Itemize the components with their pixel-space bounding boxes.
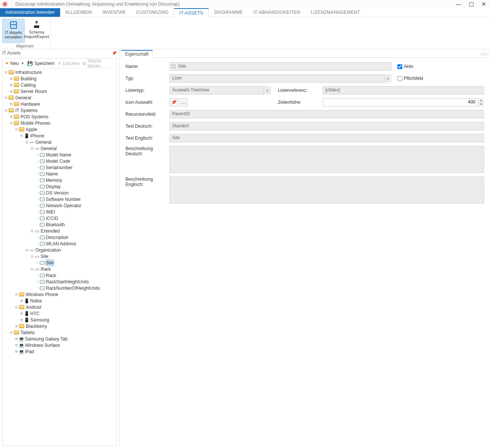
tree-item-site-field[interactable]: Site [46, 260, 54, 266]
ribbon-schema-import-export[interactable]: SchemaImport/Export [25, 19, 48, 43]
tree-item-rack-group[interactable]: Rack [41, 266, 51, 272]
listenreferenz-input[interactable]: [vSites] [323, 86, 484, 94]
scroll-up-icon[interactable]: ˄ [479, 177, 484, 182]
tree-item-blackberry[interactable]: Blackberry [26, 323, 47, 329]
maximize-button[interactable]: ▢ [467, 1, 475, 7]
tab-administration-beenden[interactable]: Administration beenden [0, 8, 60, 17]
chevron-down-icon[interactable]: ▾ [264, 86, 271, 94]
recursionsfeld-input[interactable]: ParentID [170, 110, 484, 118]
pin-icon[interactable]: 📌 [112, 51, 117, 56]
left-pane-title: IT Assets [2, 50, 21, 56]
textenglisch-input[interactable]: Site [170, 134, 484, 142]
tree-item[interactable]: OS Version [46, 190, 69, 196]
tree-item-android[interactable]: Android [26, 304, 41, 310]
scroll-up-icon[interactable]: ˄ [479, 146, 484, 152]
tree-item-extended[interactable]: Extended [41, 228, 60, 234]
tree-item[interactable]: Software Number [46, 196, 81, 202]
tree-item-samsung[interactable]: Samsung [30, 317, 49, 323]
tree-item[interactable]: Memory [46, 177, 62, 183]
tree-item[interactable]: ICCID [46, 215, 58, 221]
tree-item[interactable]: Display [46, 184, 61, 190]
label-textenglisch: Text Englisch: [125, 136, 170, 141]
tree-item[interactable]: RackNumberOfHeightUnits [46, 285, 100, 291]
tree-item[interactable]: RackStartHeightUnits [46, 279, 89, 285]
tree-item[interactable]: Description [46, 234, 68, 240]
beschreibung-deutsch-textarea[interactable] [170, 146, 484, 173]
tree-item-building[interactable]: Building [21, 76, 37, 82]
tree-item[interactable]: Rack [46, 273, 56, 279]
tab-diagramme[interactable]: DIAGRAMME [209, 8, 248, 17]
group-icon: ▭ [35, 146, 39, 151]
tree-item[interactable]: Bluetooth [46, 222, 65, 228]
close-button[interactable]: ✕ [480, 1, 488, 7]
tree-item-pos[interactable]: POS Systems [21, 114, 49, 120]
asset-tree[interactable]: ⊟Infrastructure ⊞Building ⊞Cabling ⊞Serv… [3, 68, 117, 445]
pflichtfeld-checkbox[interactable]: Pflichtfeld [397, 76, 423, 81]
tab-it-assets[interactable]: IT-ASSETS [174, 8, 209, 17]
tree-item[interactable]: IMEI [46, 209, 55, 215]
typ-select[interactable]: Liste [170, 74, 391, 83]
tree-item-serverroom[interactable]: Server Room [21, 88, 47, 94]
tree-item-mobile[interactable]: Mobile Phones [21, 120, 50, 126]
tree-item[interactable]: Serialnumber [46, 165, 72, 171]
tab-lizenzmanagement[interactable]: LIZENZMANAGEMENT [306, 8, 365, 17]
tree-item-ipad[interactable]: iPad [25, 349, 34, 355]
tree-item-general-group[interactable]: General [41, 146, 57, 152]
label-typ: Typ: [125, 76, 170, 81]
listentyp-select[interactable]: Auswahl-TreeView [170, 86, 271, 94]
spin-down-icon[interactable]: ▼ [478, 103, 484, 107]
tree-item[interactable]: Name [46, 171, 58, 177]
tree-item-windows-phone[interactable]: Windows Phone [26, 292, 58, 298]
tree-item-apple[interactable]: Apple [26, 127, 37, 133]
scroll-down-icon[interactable]: ˅ [479, 198, 484, 203]
tree-item-general[interactable]: General [15, 95, 31, 101]
tree-item-surface[interactable]: Windows Surface [25, 342, 60, 348]
ribbon-group-label: Allgemein [16, 43, 34, 49]
svg-point-3 [13, 26, 14, 27]
prop-nav-next-icon[interactable]: ▷ [485, 51, 489, 56]
zeilenhoehe-input[interactable]: 400 [323, 98, 484, 106]
tree-item-nokia[interactable]: Nokia [30, 298, 42, 304]
tree-item-tablets[interactable]: Tablets [21, 330, 35, 336]
tab-inventar[interactable]: INVENTAR [97, 8, 131, 17]
tree-item-galaxy[interactable]: Samsung Galaxy Tab [25, 336, 68, 342]
cabinet-icon [9, 21, 18, 29]
tree-item-iphone[interactable]: iPhone [30, 133, 44, 139]
scroll-down-icon[interactable]: ˅ [479, 167, 484, 172]
device-icon: 📱 [24, 134, 29, 138]
tree-item-cabling[interactable]: Cabling [21, 82, 36, 88]
ribbon-it-assets-verwalten[interactable]: IT-Assetsverwalten [2, 19, 25, 43]
tree-item-itsystems[interactable]: IT Systems [15, 108, 38, 113]
beschreibung-englisch-textarea[interactable] [170, 177, 484, 203]
spin-up-icon[interactable]: ▲ [478, 98, 484, 103]
tree-item[interactable]: Model Name [46, 152, 71, 158]
tree-item-site-group[interactable]: Site [41, 253, 49, 259]
tab-customizing[interactable]: CUSTOMIZING [131, 8, 174, 17]
toolbar-speichern[interactable]: 💾 Speichern [27, 61, 55, 66]
tab-eigenschaft[interactable]: Eigenschaft [121, 50, 153, 58]
prop-nav-prev-icon[interactable]: ◁ [480, 51, 484, 56]
label-listenreferenz: Listenreferenz: [278, 88, 323, 93]
label-beschreibung-englisch: Beschreibung Englisch: [125, 177, 170, 187]
textdeutsch-input[interactable]: Standort [170, 122, 484, 130]
tree-item[interactable]: Network Operator [46, 203, 81, 209]
pin-icon: 📌 [171, 100, 177, 105]
icon-auswahl-more[interactable]: … [179, 98, 187, 106]
icon-auswahl-pin[interactable]: 📌 [170, 98, 178, 106]
tab-allgemein[interactable]: ALLGEMEIN [60, 8, 97, 17]
minimize-button[interactable]: — [454, 1, 463, 7]
tree-item[interactable]: Model Code [46, 158, 70, 164]
toolbar-neu[interactable]: ✦ Neu ▼ [5, 60, 24, 66]
import-export-icon [32, 20, 41, 29]
tree-item-general-section[interactable]: General [35, 139, 52, 145]
tree-item[interactable]: WLAN Address [46, 241, 76, 247]
chevron-down-icon[interactable]: ▾ [384, 74, 391, 83]
label-zeilenhoehe: Zeilenhöhe: [278, 100, 323, 105]
tab-it-abhaengigkeiten[interactable]: IT-ABHÄNGIGKEITEN [248, 8, 306, 17]
tree-item-hardware[interactable]: Hardware [21, 101, 40, 107]
aktiv-checkbox[interactable]: Aktiv [397, 64, 413, 69]
tree-item-organization[interactable]: Organization [35, 247, 61, 253]
name-input[interactable]: Site [170, 62, 391, 71]
tree-item-infrastructure[interactable]: Infrastructure [15, 69, 42, 75]
tree-item-htc[interactable]: HTC [30, 311, 40, 317]
